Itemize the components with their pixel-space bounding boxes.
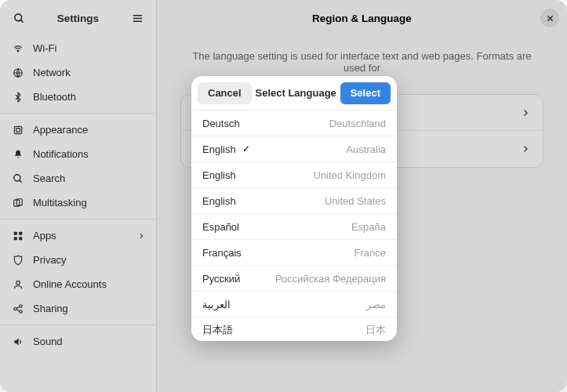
language-region: United States [325,195,386,207]
language-name: Español [202,221,239,233]
language-region: Deutschland [329,118,386,129]
language-name: English [202,169,236,181]
language-region: France [354,247,386,259]
language-row[interactable]: FrançaisFrance [191,240,397,266]
dialog-header: Cancel Select Language Select [191,76,397,111]
language-row[interactable]: 日本語日本 [191,318,397,341]
select-language-dialog: Cancel Select Language Select DeutschDeu… [191,76,397,341]
language-name: العربية [202,299,231,310]
language-row[interactable]: العربيةمصر [191,292,397,318]
language-row[interactable]: РусскийРоссийская Федерация [191,266,397,292]
language-name: English [202,143,236,155]
language-row[interactable]: EnglishUnited Kingdom [191,162,397,188]
language-name: 日本語 [202,323,233,337]
language-name: Français [202,247,242,259]
language-name: Русский [202,273,240,285]
cancel-button[interactable]: Cancel [198,82,252,104]
language-region: Australia [346,143,386,155]
language-region: United Kingdom [314,169,387,181]
language-row[interactable]: EspañolEspaña [191,214,397,240]
language-list[interactable]: DeutschDeutschlandEnglish✓AustraliaEngli… [191,111,397,341]
settings-window: Settings Wi-Fi Network Bluetooth Appeara… [0,0,567,392]
language-row[interactable]: DeutschDeutschland [191,111,397,136]
dialog-title: Select Language [256,87,336,99]
language-region: مصر [366,299,386,310]
check-icon: ✓ [242,143,250,154]
language-region: España [351,221,386,233]
language-region: Российская Федерация [275,273,386,285]
language-row[interactable]: EnglishUnited States [191,188,397,214]
language-name: Deutsch [202,118,240,129]
language-row[interactable]: English✓Australia [191,136,397,162]
language-region: 日本 [365,323,386,337]
select-button[interactable]: Select [340,82,391,104]
language-name: English [202,195,236,207]
